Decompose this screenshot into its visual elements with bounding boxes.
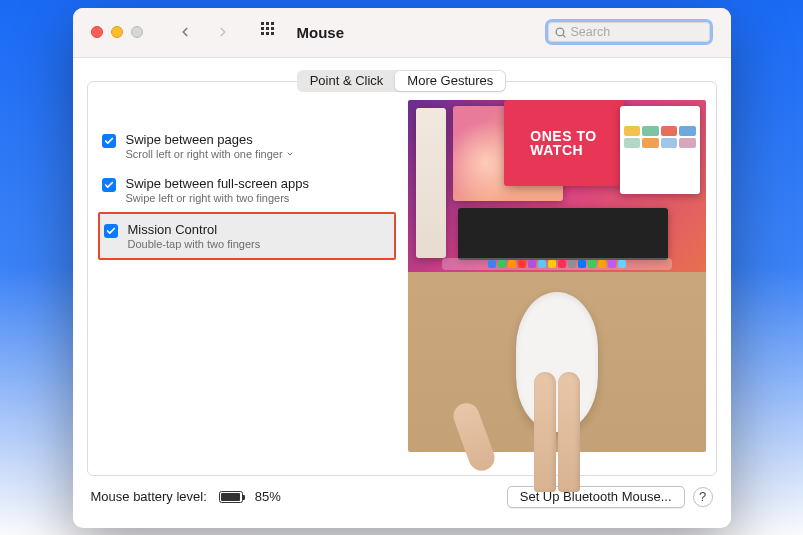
svg-rect-6 — [261, 32, 264, 35]
zoom-window-button — [131, 26, 143, 38]
search-icon — [554, 26, 567, 39]
gesture-options: Swipe between pages Scroll left or right… — [98, 100, 396, 465]
close-window-button[interactable] — [91, 26, 103, 38]
preview-screen: ONES TO WATCH — [408, 100, 706, 272]
search-input[interactable] — [571, 25, 704, 39]
svg-rect-2 — [271, 22, 274, 25]
battery-label: Mouse battery level: — [91, 489, 207, 504]
sublabel-swipe-apps: Swipe left or right with two fingers — [126, 192, 310, 204]
svg-rect-1 — [266, 22, 269, 25]
option-swipe-pages: Swipe between pages Scroll left or right… — [98, 124, 396, 168]
help-button[interactable]: ? — [693, 487, 713, 507]
forward-button — [213, 22, 233, 42]
battery-percent: 85% — [255, 489, 281, 504]
label-swipe-pages: Swipe between pages — [126, 132, 294, 147]
checkbox-swipe-pages[interactable] — [102, 134, 116, 148]
chevron-down-icon — [286, 150, 294, 158]
svg-rect-7 — [266, 32, 269, 35]
svg-point-9 — [556, 28, 564, 36]
settings-panel: Swipe between pages Scroll left or right… — [87, 81, 717, 476]
tab-control: Point & Click More Gestures — [297, 70, 507, 92]
tab-point-and-click[interactable]: Point & Click — [298, 71, 396, 91]
show-all-icon[interactable] — [261, 22, 277, 42]
option-mission-control: Mission Control Double-tap with two fing… — [98, 212, 396, 260]
tab-more-gestures[interactable]: More Gestures — [395, 71, 505, 91]
content-area: Point & Click More Gestures Swipe betwee… — [73, 58, 731, 528]
dropdown-swipe-pages[interactable]: Scroll left or right with one finger — [126, 148, 294, 160]
preview-headline: ONES TO WATCH — [530, 129, 596, 157]
minimize-window-button[interactable] — [111, 26, 123, 38]
label-mission-control: Mission Control — [128, 222, 261, 237]
svg-rect-0 — [261, 22, 264, 25]
checkbox-swipe-apps[interactable] — [102, 178, 116, 192]
svg-line-10 — [563, 35, 565, 37]
svg-rect-8 — [271, 32, 274, 35]
search-field-wrap[interactable] — [545, 19, 713, 45]
back-button[interactable] — [175, 22, 195, 42]
sublabel-mission-control: Double-tap with two fingers — [128, 238, 261, 250]
svg-rect-3 — [261, 27, 264, 30]
gesture-preview: ONES TO WATCH — [408, 100, 706, 465]
window-controls — [91, 26, 143, 38]
window-title: Mouse — [297, 24, 345, 41]
preferences-window: Mouse Point & Click More Gestures Swipe … — [73, 8, 731, 528]
option-swipe-apps: Swipe between full-screen apps Swipe lef… — [98, 168, 396, 212]
titlebar: Mouse — [73, 8, 731, 58]
preview-hand — [408, 272, 706, 452]
label-swipe-apps: Swipe between full-screen apps — [126, 176, 310, 191]
checkbox-mission-control[interactable] — [104, 224, 118, 238]
footer: Mouse battery level: 85% Set Up Bluetoot… — [87, 476, 717, 518]
svg-rect-5 — [271, 27, 274, 30]
svg-rect-4 — [266, 27, 269, 30]
battery-icon — [219, 491, 243, 503]
